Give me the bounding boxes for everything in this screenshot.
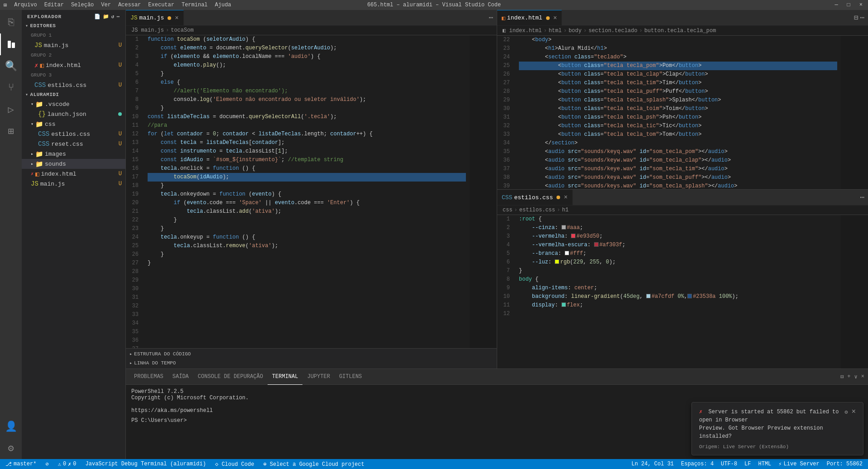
code-content-right-top[interactable]: <body> <h1>Alura Midi</h1> <section clas…	[515, 36, 841, 189]
tab-gitlens[interactable]: GITLENS	[335, 369, 366, 385]
tab-saida[interactable]: SAÍDA	[168, 369, 193, 385]
breadcrumb-item[interactable]: ◧ index.html	[503, 27, 542, 34]
tab-problemas[interactable]: PROBLEMAS	[129, 369, 168, 385]
status-gcp[interactable]: ⊕ Select a Google Cloud project	[261, 461, 366, 468]
sidebar-item-index-html[interactable]: ✗ ◧ index.html U	[22, 169, 125, 179]
close-icon[interactable]: ✗	[34, 62, 38, 69]
tab-terminal[interactable]: TERMINAL	[268, 369, 303, 385]
sidebar-item-main-js[interactable]: JS main.js U	[22, 179, 125, 189]
menu-selecao[interactable]: Seleção	[71, 2, 94, 8]
tab-index-html[interactable]: ◧ index.html ×	[497, 10, 562, 26]
status-debug[interactable]: JavaScript Debug Terminal (aluramidi)	[84, 461, 208, 467]
activity-source-control[interactable]: ⎘	[0, 12, 22, 34]
close-icon[interactable]: ✗	[31, 171, 34, 177]
terminal-add-icon[interactable]: +	[847, 373, 850, 380]
code-editor-right-top[interactable]: 2223242526 2728293031 3233343536 3738394…	[497, 36, 841, 189]
sidebar-item-images[interactable]: ▸ 📁 images	[22, 149, 125, 159]
status-spaces[interactable]: Espaços: 4	[679, 461, 715, 468]
breadcrumb-item[interactable]: tocaSom	[171, 27, 193, 34]
more-actions-icon[interactable]: ⋯	[489, 13, 493, 22]
sidebar-item-estilos-css[interactable]: CSS estilos.css U	[22, 129, 125, 139]
split-editor-icon[interactable]: ⊟	[854, 13, 858, 22]
status-liveserver[interactable]: ⚡ Live Server	[777, 461, 821, 468]
breadcrumb-item[interactable]: body	[569, 28, 582, 34]
breadcrumb-item[interactable]: section.teclado	[589, 28, 638, 34]
file-label: main.js	[44, 42, 119, 49]
menu-terminal[interactable]: Terminal	[182, 2, 208, 8]
activity-debug[interactable]: ▷	[0, 99, 22, 120]
linha-panel[interactable]: ▸ LINHA DO TEMPO	[126, 359, 497, 368]
eol-text: LF	[744, 461, 751, 467]
breadcrumb-item[interactable]: estilos.css	[519, 207, 555, 213]
notification-settings-icon[interactable]: ⚙	[844, 409, 848, 416]
breadcrumb-item[interactable]: html	[549, 28, 562, 34]
activity-explorer[interactable]	[0, 34, 22, 55]
status-sync[interactable]: ⊘	[43, 461, 50, 468]
estrutura-panel[interactable]: ▸ ESTRUTURA DO CÓDIGO	[126, 349, 497, 359]
code-editor-left[interactable]: 12345 678910 1112131415 1617181920 21222…	[126, 35, 470, 348]
breadcrumb-item[interactable]: button.tecla.tecla_pom	[644, 28, 716, 34]
editor-right-bottom: CSS estilos.css × ⋯ css ›	[497, 190, 868, 369]
refresh-icon[interactable]: ↺	[111, 14, 115, 19]
activity-extensions[interactable]: ⊞	[0, 120, 22, 142]
modified-badge: U	[119, 181, 122, 187]
minimap-right-bottom	[841, 215, 868, 369]
sidebar-item-estilos-css-1[interactable]: CSS estilos.css U	[22, 80, 125, 90]
terminal-more-icon[interactable]: ∨	[854, 373, 858, 380]
status-errors[interactable]: ⚠ 0 ✗ 0	[56, 461, 78, 468]
status-language[interactable]: HTML	[757, 461, 773, 468]
status-eol[interactable]: LF	[743, 461, 753, 468]
menu-editar[interactable]: Editar	[44, 2, 64, 8]
tab-console[interactable]: CONSOLE DE DEPURAÇÃO	[193, 369, 268, 385]
status-port[interactable]: Port: 55862	[825, 461, 864, 468]
breadcrumb-item[interactable]: css	[503, 207, 513, 213]
new-file-icon[interactable]: 📄	[94, 14, 101, 19]
menu-arquivo[interactable]: Arquivo	[14, 2, 37, 8]
file-label: estilos.css	[51, 131, 119, 138]
menu-ver[interactable]: Ver	[101, 2, 111, 8]
code-content-left[interactable]: function tocaSom (seletorAudio) { const …	[144, 35, 470, 348]
status-cloud[interactable]: ◇ Cloud Code	[213, 461, 256, 468]
sidebar-item-css[interactable]: ▾ 📁 css	[22, 119, 125, 129]
collapse-icon[interactable]: ⋯	[116, 14, 120, 19]
sidebar-item-reset-css[interactable]: CSS reset.css U	[22, 139, 125, 149]
activity-search[interactable]: 🔍	[0, 55, 22, 77]
menu-acessar[interactable]: Acessar	[118, 2, 141, 8]
code-editor-right-bottom[interactable]: 12345 678910 1112 :root { --cinza: #aaa;…	[497, 215, 841, 369]
minimize-button[interactable]: ─	[833, 2, 839, 8]
code-content-right-bottom[interactable]: :root { --cinza: #aaa; --vermelha: #e93d…	[515, 215, 841, 369]
notification-close-icon[interactable]: ×	[851, 408, 856, 416]
tab-close-icon[interactable]: ×	[553, 14, 557, 22]
activity-settings[interactable]: ⚙	[0, 437, 22, 459]
tab-close-icon[interactable]: ×	[175, 14, 178, 22]
section-editores[interactable]: ▾ EDITORES	[22, 21, 125, 30]
breadcrumb-item[interactable]: JS main.js	[131, 27, 164, 34]
close-button[interactable]: ×	[858, 2, 864, 8]
activity-account[interactable]: 👤	[0, 416, 22, 437]
new-folder-icon[interactable]: 📁	[103, 14, 110, 19]
file-label: estilos.css	[48, 82, 119, 89]
sidebar-item-index-html-1[interactable]: ✗ ◧ index.html U	[22, 60, 125, 70]
maximize-button[interactable]: □	[845, 2, 852, 8]
sidebar-item-sounds[interactable]: ▸ 📁 sounds	[22, 159, 125, 169]
terminal-close-icon[interactable]: ×	[861, 373, 864, 380]
sidebar-item-vscode[interactable]: ▾ 📁 .vscode	[22, 99, 125, 109]
status-branch[interactable]: ⎇ master*	[4, 461, 38, 468]
tab-jupyter[interactable]: JUPYTER	[302, 369, 334, 385]
breadcrumb-item[interactable]: h1	[562, 207, 568, 213]
activity-git[interactable]: ⑂	[0, 77, 22, 99]
more-actions-icon[interactable]: ⋯	[860, 13, 864, 22]
sidebar-item-launch-json[interactable]: {} launch.json	[22, 109, 125, 119]
tab-main-js[interactable]: JS main.js ×	[126, 10, 184, 26]
sidebar-item-main-js-1[interactable]: JS main.js U	[22, 40, 125, 50]
terminal-split-icon[interactable]: ⊟	[840, 373, 844, 380]
tab-estilos-css[interactable]: CSS estilos.css ×	[497, 190, 573, 206]
menu-ajuda[interactable]: Ajuda	[215, 2, 231, 8]
menu-executar[interactable]: Executar	[148, 2, 174, 8]
status-position[interactable]: Ln 24, Col 31	[629, 461, 676, 468]
status-encoding[interactable]: UTF-8	[719, 461, 739, 468]
terminal-tab-bar: PROBLEMAS SAÍDA CONSOLE DE DEPURAÇÃO TER…	[126, 369, 868, 385]
tab-close-icon[interactable]: ×	[564, 194, 567, 201]
section-aluramidi[interactable]: ▾ ALURAMIDI	[22, 90, 125, 99]
more-actions-icon[interactable]: ⋯	[860, 193, 864, 202]
